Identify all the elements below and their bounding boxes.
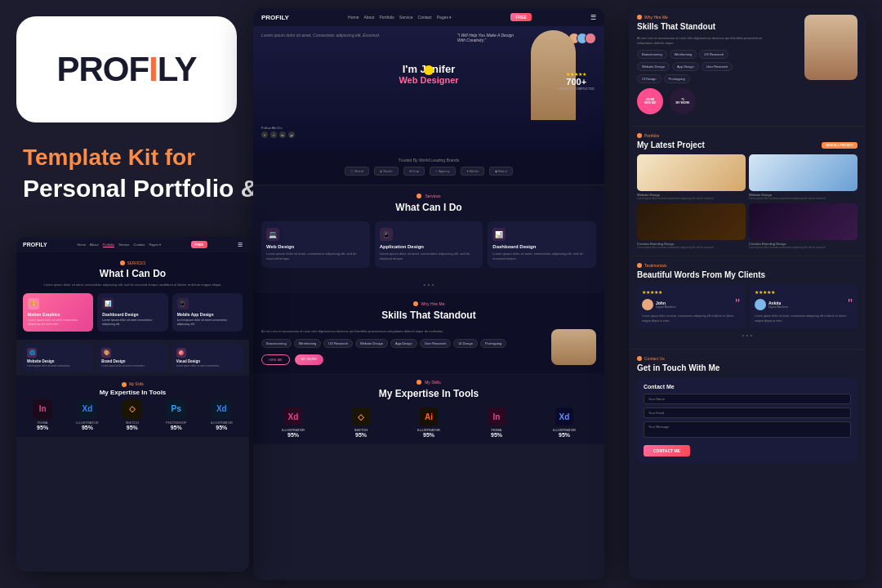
lbp-card-desc-2: Lorem ipsum dolor sit amet consectetur a…	[102, 318, 163, 327]
lbp-card-icon-2: 📊	[102, 298, 114, 310]
left-bottom-preview: PROFILY Home About Portfolio Service Con…	[16, 237, 249, 572]
portfolio-desc-1: Lorem ipsum dolor sit amet consectetur a…	[637, 197, 746, 200]
social-ig: in	[279, 131, 286, 138]
lbp-card-2: 📊 Dashboard Design Lorem ipsum dolor sit…	[97, 293, 167, 332]
rp-testimonials-grid: ★★★★★ John Digital Marketer " Lorem ipsu…	[637, 284, 858, 328]
lbp-mini-desc-2: Lorem ipsum dolor sit amet consectetur.	[101, 364, 163, 368]
social-fb: f	[261, 131, 268, 138]
cp-dots: • • •	[253, 276, 604, 293]
center-preview: PROFILY Home About Portfolio Service Con…	[253, 8, 604, 580]
service-desc-2: Lorem ipsum dolor sit amet, consectetur …	[380, 252, 479, 261]
lbp-tool-icon-5: Xd	[212, 399, 231, 419]
cp-tools: My Skills My Expertise In Tools Xd ILLUS…	[253, 373, 604, 444]
cp-tools-badge: My Skills	[261, 380, 596, 385]
lbp-nav-logo: PROFILY	[23, 242, 47, 247]
cp-brand-logos: ⬡ Brand ◈ Studio ⊕ Corp ⟡ Agency ✦ Works…	[261, 163, 596, 180]
service-icon-3: 📊	[492, 228, 506, 241]
test-quote-icon-1: "	[735, 298, 740, 311]
lbp-tools-title: My Expertise In Tools	[23, 389, 243, 396]
cp-stars: ★★★★★	[558, 71, 595, 77]
lbp-tools: My Skills My Expertise In Tools In FIGMA…	[16, 376, 249, 437]
lbp-mini-title-3: Visual Design	[176, 359, 238, 363]
cp-services-title: What Can I Do	[261, 202, 596, 213]
lbp-mini-desc-3: Lorem ipsum dolor sit amet consectetur.	[176, 364, 238, 368]
mini-avatar-3	[585, 33, 596, 44]
rp-person-image	[804, 15, 858, 80]
lbp-tools-badge: My Skills	[23, 382, 243, 387]
lbp-card-title-1: Motion Graphics	[28, 312, 88, 317]
rp-stat-circles: 360 MB HIRE ME 75 MY WORK	[637, 88, 858, 114]
lbp-nav-btn[interactable]: FREE	[191, 241, 208, 248]
lbp-tool-5: Xd ILLUSTRATOR 95%	[211, 399, 233, 430]
lbp-card-title-2: Dashboard Design	[102, 312, 163, 317]
tool-item-1: Xd ILLUSTRATOR 95%	[261, 408, 325, 438]
portfolio-img-2	[749, 154, 858, 191]
cp-skills: Why Hire Me Skills That Standout At vero…	[253, 293, 604, 373]
lbp-mini-icon-1: 🌐	[27, 348, 37, 358]
rp-skills-section: Why Hire Me Skills That Standout At vero…	[629, 8, 866, 127]
rp-name-input[interactable]: Your Name	[644, 394, 851, 404]
cp-nav-links: Home About Portfolio Service Contact Pag…	[348, 15, 452, 20]
lbp-mini-cards-row: 🌐 Website Design Lorem ipsum dolor sit a…	[16, 340, 249, 376]
lbp-mini-icon-3: 🎯	[176, 348, 186, 358]
cp-skills-title: Skills That Standout	[261, 310, 596, 321]
hire-me-btn[interactable]: HIRE ME	[261, 354, 290, 365]
rp-testimonials-badge: Testimonials	[637, 263, 858, 268]
cp-navbar: PROFILY Home About Portfolio Service Con…	[253, 8, 604, 26]
cp-skill-badges: Brainstroming Wireframing UX Research We…	[261, 339, 543, 348]
cp-nav-btn[interactable]: FREE	[510, 13, 531, 21]
portfolio-item-2: Website Design Lorem ipsum dolor sit ame…	[749, 154, 858, 200]
my-work-btn[interactable]: MY WORK	[295, 354, 323, 365]
lbp-tool-icon-2: Xd	[78, 399, 97, 419]
test-avatar-2	[755, 299, 766, 310]
cp-nav-logo: PROFILY	[261, 14, 289, 21]
service-title-1: Web Design	[266, 244, 365, 249]
rp-portfolio-title: My Latest Project	[637, 140, 705, 149]
lbp-tool-4: Ps PHOTOSHOP 95%	[166, 399, 187, 430]
tool-icon-1: Xd	[284, 408, 302, 425]
tool-item-5: Xd ILLUSTRATOR 95%	[532, 408, 596, 438]
rp-circle-work[interactable]: 75 MY WORK	[670, 88, 696, 114]
lbp-tool-icon-1: In	[33, 399, 52, 419]
rp-test-dots: • • •	[637, 328, 858, 342]
test-stars-2: ★★★★★	[755, 289, 853, 295]
lbp-mini-card-1: 🌐 Website Design Lorem ipsum dolor sit a…	[23, 344, 93, 372]
lbp-services: SERVICES What I Can Do Lorem ipsum dolor…	[16, 252, 249, 340]
logo-text: PROFILY	[56, 50, 196, 89]
portfolio-img-1	[637, 154, 746, 191]
lbp-mini-card-2: 🎨 Brand Design Lorem ipsum dolor sit ame…	[97, 344, 167, 372]
cp-social-icons: f t in yt	[261, 131, 295, 138]
lbp-tools-grid: In FIGMA 95% Xd ILLUSTRATOR 95% ◇ SKETCH…	[23, 399, 243, 430]
portfolio-desc-3: Lorem ipsum dolor sit amet consectetur a…	[637, 246, 746, 249]
service-card-1: 💻 Web Design Lorem ipsum dolor sit amet,…	[261, 221, 370, 268]
lbp-tool-icon-4: Ps	[167, 399, 186, 419]
cp-hero-stat: ★★★★★ 700+ PROJECT COMPLETED	[558, 71, 595, 91]
portfolio-item-1: Website Design Lorem ipsum dolor sit ame…	[637, 154, 746, 200]
rp-view-all-btn[interactable]: VIEW ALL PROJECT	[822, 142, 858, 149]
rp-skills-desc: At vero eos et accusamus et iusto odio d…	[637, 36, 776, 46]
cp-hero-follow: Follow Me On: f t in yt	[261, 126, 295, 138]
rp-submit-btn[interactable]: CONTACT ME	[644, 445, 690, 457]
service-title-3: Dashboard Design	[492, 244, 591, 249]
rp-email-input[interactable]: Your Email	[644, 408, 851, 418]
cp-skills-inner: At vero eos et accusamus et iusto odio d…	[261, 329, 596, 365]
lbp-mini-title-1: Website Design	[27, 359, 89, 363]
cp-hero: Lorem ipsum dolor sit amet, Consectetur …	[253, 26, 604, 153]
lbp-tool-1: In FIGMA 95%	[33, 399, 52, 430]
cp-services-grid: 💻 Web Design Lorem ipsum dolor sit amet,…	[261, 221, 596, 268]
rp-message-input[interactable]: Your Message	[644, 421, 851, 438]
test-author-2: Ankita Digital Marketer "	[755, 298, 853, 311]
testimonial-2: ★★★★★ Ankita Digital Marketer " Lorem ip…	[750, 284, 858, 328]
cp-skills-desc: At vero eos et accusamus et iusto odio d…	[261, 329, 543, 334]
lbp-navbar: PROFILY Home About Portfolio Service Con…	[16, 237, 249, 252]
cp-hero-quote: Lorem ipsum dolor sit amet, Consectetur …	[261, 33, 380, 38]
cp-tools-title: My Expertise In Tools	[261, 388, 596, 399]
lbp-mini-title-2: Brand Design	[101, 359, 163, 363]
lbp-services-desc: Lorem ipsum dolor sit amet, consectetur …	[23, 283, 243, 287]
rp-contact-title: Get in Touch With Me	[637, 363, 858, 372]
cp-speech-text: "I Will Help You Make A Design With Crea…	[457, 33, 523, 42]
rp-circle-hire[interactable]: 360 MB HIRE ME	[637, 88, 663, 114]
lbp-tool-3: ◇ SKETCH 95%	[122, 399, 142, 430]
cp-skills-left: At vero eos et accusamus et iusto odio d…	[261, 329, 543, 365]
lbp-card-desc-3: Lorem ipsum dolor sit amet consectetur a…	[177, 318, 238, 327]
